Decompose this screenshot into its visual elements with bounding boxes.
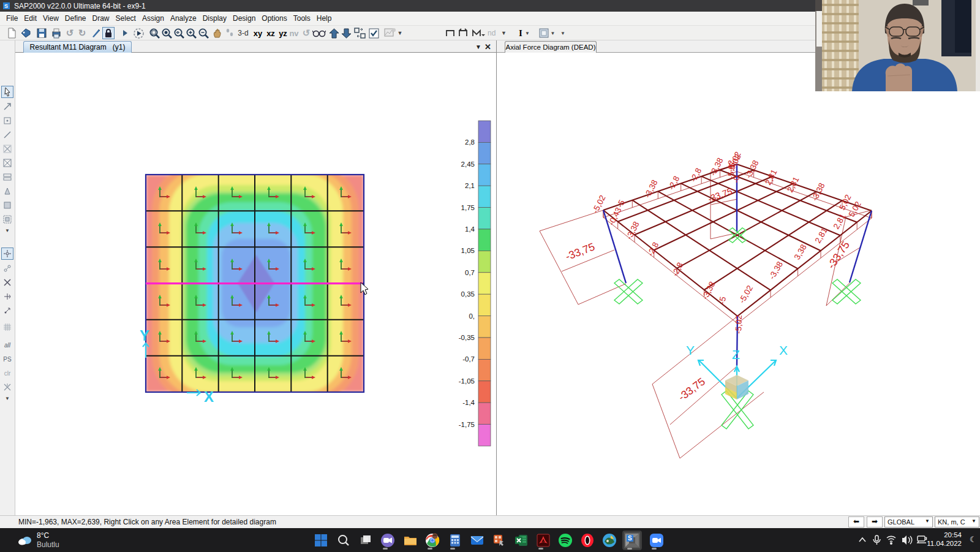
svg-text:-3,38: -3,38 <box>708 156 725 177</box>
svg-text:-1,75: -1,75 <box>459 421 475 428</box>
svg-text:Y: Y <box>140 327 149 344</box>
svg-text:-5: -5 <box>717 296 728 304</box>
svg-text:▼: ▼ <box>501 30 507 36</box>
svg-text:1,05: 1,05 <box>461 247 475 254</box>
svg-text:0,: 0, <box>469 312 475 320</box>
svg-text:-1,05: -1,05 <box>459 377 475 385</box>
svg-text:-3,38: -3,38 <box>810 181 826 202</box>
svg-text:-5,02: -5,02 <box>737 284 755 304</box>
svg-text:-1,4: -1,4 <box>462 399 475 406</box>
svg-text:S: S <box>4 3 8 9</box>
svg-text:nd: nd <box>488 29 496 37</box>
svg-text:S: S <box>628 535 632 542</box>
svg-text:3,38: 3,38 <box>793 243 809 261</box>
svg-text:-5,02: -5,02 <box>734 315 744 334</box>
svg-text:X: X <box>779 343 788 357</box>
svg-text:2,1: 2,1 <box>465 182 475 189</box>
svg-text:1,4: 1,4 <box>465 225 475 233</box>
svg-text:-3,38: -3,38 <box>744 159 760 180</box>
svg-text:0,35: 0,35 <box>461 290 475 298</box>
svg-text:-3,38: -3,38 <box>643 178 659 199</box>
svg-text:2,8: 2,8 <box>465 138 475 146</box>
svg-text:1,75: 1,75 <box>461 204 475 211</box>
svg-text:Y: Y <box>686 343 695 357</box>
svg-text:-0,35: -0,35 <box>459 334 475 341</box>
svg-text:-33,75: -33,75 <box>676 375 707 403</box>
svg-text:-0: -0 <box>731 175 741 183</box>
svg-text:-2,8: -2,8 <box>670 261 685 278</box>
svg-text:Z: Z <box>732 347 740 361</box>
svg-text:-3,38: -3,38 <box>767 260 785 281</box>
svg-text:-2,8: -2,8 <box>688 167 703 184</box>
svg-text:2,45: 2,45 <box>461 161 475 168</box>
svg-text:-2,8: -2,8 <box>646 241 660 258</box>
svg-text:0,7: 0,7 <box>465 269 475 276</box>
svg-text:2,81: 2,81 <box>785 175 801 194</box>
svg-text:-0,7: -0,7 <box>462 355 475 363</box>
svg-text:2,81: 2,81 <box>763 168 778 186</box>
svg-text:X: X <box>204 388 214 405</box>
svg-text:-2,8: -2,8 <box>666 175 681 192</box>
